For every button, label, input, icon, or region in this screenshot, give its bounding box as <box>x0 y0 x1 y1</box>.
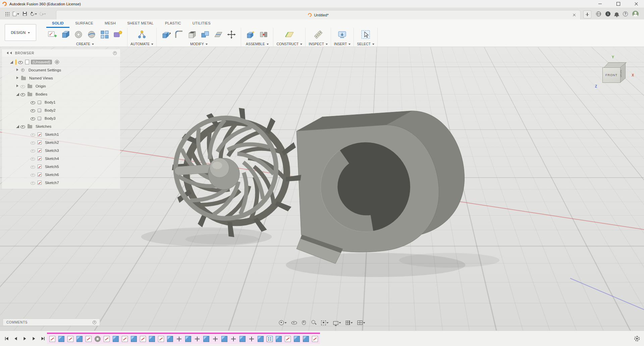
job-status-badge[interactable]: 1 <box>605 11 610 16</box>
expand-arrow-icon[interactable] <box>15 124 20 128</box>
automate-menu[interactable]: AUTOMATE <box>130 41 153 46</box>
visibility-eye-icon[interactable] <box>20 92 25 97</box>
expand-arrow-icon[interactable] <box>15 92 20 96</box>
housing-body[interactable] <box>297 111 464 264</box>
close-tab-button[interactable] <box>572 12 577 18</box>
fillet-button[interactable] <box>173 28 185 41</box>
expand-arrow-icon[interactable] <box>15 84 20 88</box>
timeline-feature-extrude[interactable] <box>239 336 246 342</box>
timeline-feature-move[interactable] <box>230 336 236 342</box>
browser-item-sketch5[interactable]: Sketch5 <box>2 163 120 171</box>
timeline-feature-extrude[interactable] <box>167 336 173 342</box>
undo-button[interactable] <box>29 9 38 18</box>
comments-display-toggle[interactable] <box>93 321 96 324</box>
viewports-button[interactable] <box>356 319 367 327</box>
timeline-feature-sketch[interactable] <box>67 336 73 342</box>
configure-button[interactable] <box>136 28 148 41</box>
comments-panel[interactable]: COMMENTS <box>3 319 100 326</box>
timeline-feature-sketch[interactable] <box>285 336 291 342</box>
visibility-eye-icon[interactable] <box>30 148 36 153</box>
assemble-menu[interactable]: ASSEMBLE <box>246 41 269 46</box>
timeline-feature-revolve[interactable] <box>95 336 101 342</box>
timeline-feature-extrude[interactable] <box>258 336 264 342</box>
help-icon[interactable] <box>623 11 628 16</box>
insert-menu[interactable]: INSERT <box>334 41 351 46</box>
close-window-button[interactable] <box>629 0 644 8</box>
browser-item-sketch2[interactable]: Sketch2 <box>2 138 120 147</box>
rectangular-pattern-button[interactable] <box>98 28 111 41</box>
viewcube[interactable]: Y RIGHT FRONT X Z <box>595 56 633 90</box>
measure-button[interactable] <box>312 28 325 41</box>
timeline-feature-extrude[interactable] <box>221 336 227 342</box>
timeline-feature-extrude[interactable] <box>131 336 137 342</box>
browser-item-unsaved[interactable]: (Unsaved) <box>2 58 120 66</box>
browser-display-toggle[interactable] <box>113 51 117 55</box>
visibility-eye-icon[interactable] <box>18 60 23 65</box>
construct-menu[interactable]: CONSTRUCT <box>276 41 302 46</box>
browser-item-namedviews[interactable]: Named Views <box>2 74 120 82</box>
timeline-feature-sketch[interactable] <box>158 336 164 342</box>
pan-button[interactable] <box>300 319 308 327</box>
timeline-strip[interactable] <box>0 331 631 346</box>
visibility-eye-icon[interactable] <box>30 116 36 121</box>
browser-item-sketch3[interactable]: Sketch3 <box>2 147 120 155</box>
zoom-button[interactable] <box>310 319 318 327</box>
timeline-feature-sketch[interactable] <box>140 336 146 342</box>
tab-surface[interactable]: SURFACE <box>69 20 99 28</box>
browser-item-body1[interactable]: Body1 <box>2 98 120 106</box>
timeline-feature-extrude[interactable] <box>149 336 155 342</box>
viewport[interactable]: Y RIGHT FRONT X Z BROWSER (Unsaved)Docum… <box>0 47 644 331</box>
timeline-feature-extrude[interactable] <box>185 336 191 342</box>
timeline-feature-move[interactable] <box>249 336 255 342</box>
browser-item-origin[interactable]: Origin <box>2 82 120 90</box>
combine-button[interactable] <box>199 28 212 41</box>
maximize-button[interactable] <box>610 0 626 8</box>
impeller-body[interactable] <box>172 108 301 237</box>
expand-arrow-icon[interactable] <box>9 60 14 64</box>
tab-mesh[interactable]: MESH <box>99 20 121 28</box>
minimize-button[interactable] <box>592 0 608 8</box>
visibility-eye-icon[interactable] <box>20 124 25 129</box>
visibility-eye-icon[interactable] <box>30 140 36 145</box>
look-at-button[interactable] <box>290 319 298 327</box>
app-grid-button[interactable] <box>3 9 11 18</box>
visibility-eye-icon[interactable] <box>30 156 36 161</box>
timeline-feature-extrude[interactable] <box>113 336 119 342</box>
joint-button[interactable] <box>257 28 270 41</box>
extrude-button[interactable] <box>59 28 72 41</box>
derive-button[interactable] <box>111 28 124 41</box>
collapse-browser-icon[interactable] <box>5 52 12 54</box>
timeline-feature-pattern[interactable] <box>267 336 273 342</box>
timeline-feature-extrude[interactable] <box>303 336 309 342</box>
offset-face-button[interactable] <box>212 28 225 41</box>
timeline-settings-gear-icon[interactable] <box>634 336 640 341</box>
browser-item-bodies[interactable]: Bodies <box>2 90 120 98</box>
select-button[interactable] <box>359 28 372 41</box>
visibility-eye-icon[interactable] <box>30 164 36 169</box>
press-pull-button[interactable] <box>160 28 172 41</box>
browser-item-sketches[interactable]: Sketches <box>2 122 120 130</box>
grid-and-snaps-button[interactable] <box>344 319 354 327</box>
viewcube-front-face[interactable]: FRONT <box>602 67 621 83</box>
shell-button[interactable] <box>186 28 199 41</box>
modify-menu[interactable]: MODIFY <box>190 41 208 46</box>
select-menu[interactable]: SELECT <box>357 41 374 46</box>
notifications-bell-icon[interactable] <box>615 12 619 16</box>
extensions-icon[interactable] <box>596 11 601 16</box>
timeline-feature-sketch[interactable] <box>122 336 128 342</box>
browser-item-sketch4[interactable]: Sketch4 <box>2 155 120 163</box>
document-tab[interactable]: Untitled* <box>56 10 581 19</box>
tab-plastic[interactable]: PLASTIC <box>159 20 187 28</box>
redo-button[interactable] <box>38 9 47 18</box>
timeline-feature-extrude[interactable] <box>76 336 83 342</box>
timeline-feature-extrude[interactable] <box>58 336 64 342</box>
create-sketch-button[interactable] <box>46 28 59 41</box>
timeline-feature-move[interactable] <box>194 336 200 342</box>
inspect-menu[interactable]: INSPECT <box>309 41 328 46</box>
timeline-feature-sketch[interactable] <box>49 336 55 342</box>
timeline-feature-sketch[interactable] <box>104 336 110 342</box>
orbit-button[interactable] <box>278 319 288 327</box>
visibility-eye-icon[interactable] <box>30 180 36 185</box>
new-component-button[interactable] <box>244 28 257 41</box>
visibility-eye-icon[interactable] <box>30 172 36 177</box>
